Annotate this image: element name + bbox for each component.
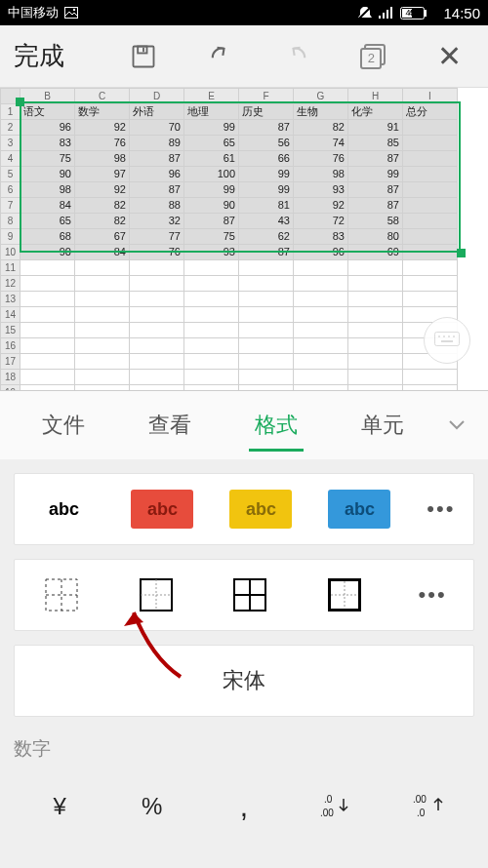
cell[interactable] <box>239 276 294 292</box>
cell[interactable] <box>403 260 458 276</box>
cell[interactable] <box>239 354 294 370</box>
row-header[interactable]: 15 <box>1 323 20 338</box>
cell[interactable] <box>348 354 403 370</box>
format-currency[interactable]: ¥ <box>14 793 105 820</box>
cell[interactable]: 87 <box>348 198 403 214</box>
cell[interactable]: 72 <box>294 214 348 229</box>
cell[interactable]: 生物 <box>294 104 348 120</box>
cell[interactable] <box>403 370 458 385</box>
cell[interactable]: 87 <box>130 151 184 167</box>
row-header[interactable]: 10 <box>1 245 20 260</box>
cell[interactable] <box>239 307 294 323</box>
cell[interactable] <box>130 307 184 323</box>
cell[interactable] <box>130 370 184 385</box>
cell[interactable] <box>75 338 130 354</box>
save-button[interactable] <box>105 25 182 87</box>
redo-button[interactable] <box>259 25 335 87</box>
cell[interactable] <box>184 354 239 370</box>
cell[interactable]: 98 <box>75 151 130 167</box>
cell[interactable]: 82 <box>294 120 348 136</box>
cell[interactable]: 85 <box>348 136 403 151</box>
col-header[interactable]: E <box>184 89 239 104</box>
row-header[interactable]: 11 <box>1 260 20 276</box>
cell[interactable]: 65 <box>20 214 75 229</box>
cell[interactable]: 61 <box>184 151 239 167</box>
undo-button[interactable] <box>182 25 258 87</box>
cell[interactable] <box>130 323 184 338</box>
cell[interactable]: 总分 <box>403 104 458 120</box>
cell[interactable]: 56 <box>239 136 294 151</box>
cell[interactable] <box>130 338 184 354</box>
cell[interactable]: 96 <box>130 167 184 182</box>
cell[interactable] <box>75 323 130 338</box>
cell[interactable]: 100 <box>184 167 239 182</box>
cell[interactable]: 99 <box>348 167 403 182</box>
row-header[interactable]: 3 <box>1 136 20 151</box>
tab-view[interactable]: 查看 <box>116 391 223 459</box>
tab-cell[interactable]: 单元 <box>329 391 435 459</box>
row-header[interactable]: 16 <box>1 338 20 354</box>
text-style-yellow[interactable]: abc <box>229 490 292 529</box>
cell[interactable]: 74 <box>294 136 348 151</box>
cell[interactable]: 83 <box>294 229 348 245</box>
tab-format[interactable]: 格式 <box>223 391 329 459</box>
cell[interactable]: 87 <box>239 120 294 136</box>
cell[interactable]: 90 <box>20 167 75 182</box>
col-header[interactable]: H <box>348 89 403 104</box>
row-header[interactable]: 4 <box>1 151 20 167</box>
cell[interactable]: 58 <box>348 214 403 229</box>
cell[interactable] <box>294 307 348 323</box>
cell[interactable] <box>184 292 239 307</box>
cell[interactable] <box>403 198 458 214</box>
cell[interactable]: 66 <box>239 151 294 167</box>
cell[interactable]: 99 <box>184 182 239 198</box>
close-button[interactable]: ✕ <box>412 25 488 87</box>
cell[interactable] <box>403 167 458 182</box>
cell[interactable]: 62 <box>239 229 294 245</box>
cell[interactable] <box>75 292 130 307</box>
text-style-blue[interactable]: abc <box>328 490 390 529</box>
row-header[interactable]: 6 <box>1 182 20 198</box>
border-thick-outer[interactable] <box>324 574 365 615</box>
cell[interactable] <box>20 323 75 338</box>
cell[interactable] <box>75 370 130 385</box>
cell[interactable] <box>184 307 239 323</box>
tabs-button[interactable]: 2 <box>335 25 411 87</box>
cell[interactable] <box>403 245 458 260</box>
cell[interactable] <box>20 307 75 323</box>
cell[interactable]: 76 <box>294 151 348 167</box>
cell[interactable] <box>75 307 130 323</box>
cell[interactable] <box>403 385 458 391</box>
cell[interactable] <box>130 260 184 276</box>
col-header[interactable]: F <box>239 89 294 104</box>
cell[interactable] <box>184 385 239 391</box>
cell[interactable] <box>20 276 75 292</box>
cell[interactable]: 88 <box>130 198 184 214</box>
cell[interactable] <box>348 385 403 391</box>
col-header[interactable]: G <box>294 89 348 104</box>
cell[interactable] <box>20 370 75 385</box>
cell[interactable] <box>403 292 458 307</box>
cell[interactable]: 89 <box>130 136 184 151</box>
done-button[interactable]: 完成 <box>0 25 105 87</box>
cell[interactable]: 87 <box>184 214 239 229</box>
font-family-button[interactable]: 宋体 <box>14 645 474 717</box>
border-outer[interactable] <box>136 574 177 615</box>
cell[interactable]: 69 <box>348 245 403 260</box>
cell[interactable]: 76 <box>130 245 184 260</box>
cell[interactable] <box>294 323 348 338</box>
cell[interactable]: 外语 <box>130 104 184 120</box>
cell[interactable] <box>75 276 130 292</box>
cell[interactable] <box>348 370 403 385</box>
cell[interactable]: 82 <box>75 214 130 229</box>
cell[interactable] <box>130 354 184 370</box>
cell[interactable] <box>20 354 75 370</box>
cell[interactable]: 98 <box>20 182 75 198</box>
cell[interactable] <box>294 354 348 370</box>
border-none[interactable] <box>41 574 82 615</box>
format-decrease-decimal[interactable]: .00.0 <box>383 791 474 823</box>
col-header[interactable]: B <box>20 89 75 104</box>
row-header[interactable]: 17 <box>1 354 20 370</box>
cell[interactable]: 87 <box>239 245 294 260</box>
cell[interactable]: 77 <box>130 229 184 245</box>
